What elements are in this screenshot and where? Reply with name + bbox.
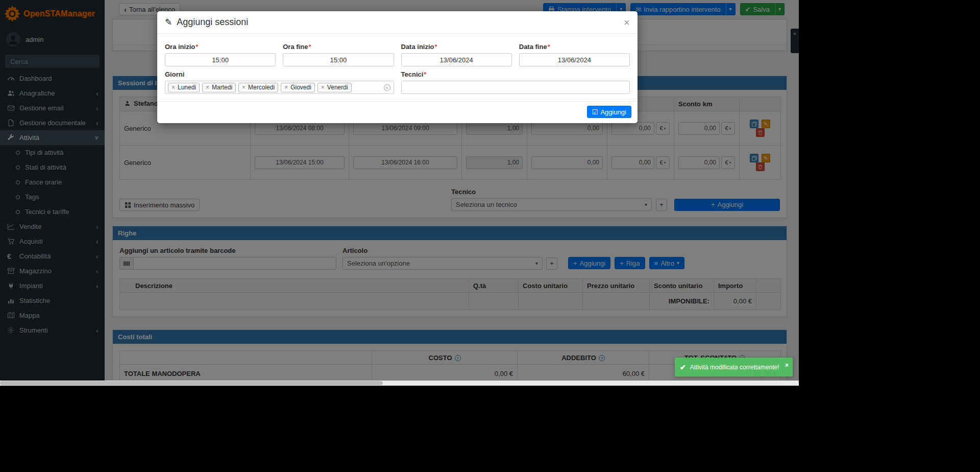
required-asterisk: * bbox=[548, 43, 550, 51]
browser-window: OpenSTAManager admin bbox=[0, 0, 799, 386]
success-toast: ✔ Attività modificata correttamente! × bbox=[675, 358, 793, 376]
giorni-label: Giorni bbox=[165, 70, 394, 78]
data-fine-label: Data fine* bbox=[519, 43, 630, 51]
modal-close-button[interactable]: × bbox=[624, 17, 630, 28]
modal-submit-button[interactable]: ☑Aggiungi bbox=[587, 106, 631, 118]
data-inizio-input[interactable] bbox=[401, 53, 512, 66]
required-asterisk: * bbox=[424, 70, 426, 78]
tecnici-input[interactable] bbox=[401, 81, 630, 94]
giorno-tag[interactable]: ×Venerdi bbox=[317, 83, 352, 92]
giorno-tag[interactable]: ×Giovedi bbox=[281, 83, 315, 92]
giorno-tag[interactable]: ×Martedi bbox=[202, 83, 236, 92]
toast-message: Attività modificata correttamente! bbox=[690, 364, 779, 371]
data-inizio-label: Data inizio* bbox=[401, 43, 512, 51]
check-square-icon: ☑ bbox=[592, 108, 598, 116]
ora-fine-input[interactable] bbox=[283, 53, 394, 66]
remove-icon[interactable]: × bbox=[242, 84, 246, 90]
tecnici-label: Tecnici* bbox=[401, 70, 630, 78]
page-viewport: OpenSTAManager admin bbox=[0, 0, 799, 381]
toast-close-button[interactable]: × bbox=[785, 362, 789, 368]
ora-inizio-input[interactable] bbox=[165, 53, 276, 66]
required-asterisk: * bbox=[195, 43, 198, 51]
horizontal-scrollbar[interactable] bbox=[0, 381, 799, 386]
pencil-icon: ✎ bbox=[165, 17, 172, 28]
check-icon: ✔ bbox=[680, 363, 686, 371]
required-asterisk: * bbox=[308, 43, 311, 51]
ora-inizio-label: Ora inizio* bbox=[165, 43, 276, 51]
remove-icon[interactable]: × bbox=[172, 84, 175, 90]
scrollbar-thumb[interactable] bbox=[0, 381, 383, 385]
data-fine-input[interactable] bbox=[519, 53, 630, 66]
giorno-tag[interactable]: ×Mercoledi bbox=[238, 83, 278, 92]
required-asterisk: * bbox=[435, 43, 437, 51]
clear-all-icon[interactable]: × bbox=[384, 84, 390, 91]
remove-icon[interactable]: × bbox=[284, 84, 288, 90]
giorni-multiselect[interactable]: ×Lunedi ×Martedi ×Mercoledi ×Giovedi ×Ve… bbox=[165, 81, 394, 94]
remove-icon[interactable]: × bbox=[206, 84, 209, 90]
ora-fine-label: Ora fine* bbox=[283, 43, 394, 51]
giorno-tag[interactable]: ×Lunedi bbox=[168, 83, 200, 92]
add-sessions-modal: ✎ Aggiungi sessioni × Ora inizio* Ora fi… bbox=[157, 11, 638, 123]
modal-title: Aggiungi sessioni bbox=[177, 17, 248, 28]
remove-icon[interactable]: × bbox=[321, 84, 325, 90]
